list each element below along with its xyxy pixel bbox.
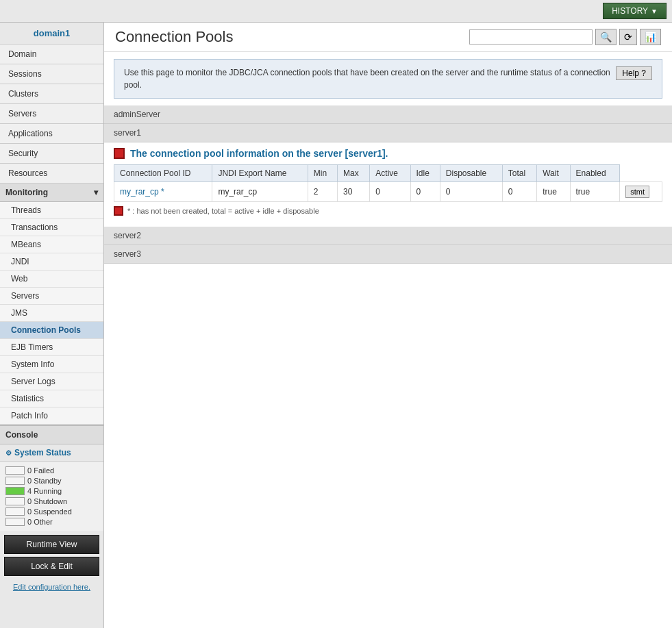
- runtime-view-button[interactable]: Runtime View: [4, 535, 99, 554]
- legend-text: * : has not been created, total = active…: [127, 207, 319, 215]
- system-status-header: ⚙ System Status: [0, 444, 103, 462]
- table-header-total: Total: [502, 165, 536, 182]
- lock-edit-button[interactable]: Lock & Edit: [4, 557, 99, 576]
- table-cell: my_rar_cp *: [114, 182, 212, 202]
- stmt-button[interactable]: stmt: [625, 186, 649, 198]
- sidebar-sub-item-web[interactable]: Web: [0, 271, 103, 288]
- status-label-failed: 0 Failed: [27, 466, 54, 475]
- status-box-standby: [5, 477, 25, 485]
- app: HISTORY domain1 DomainSessionsClustersSe…: [0, 0, 672, 628]
- table-cell: true: [537, 182, 570, 202]
- table-header-wait: Wait: [537, 165, 570, 182]
- search-button[interactable]: 🔍: [595, 29, 617, 45]
- toolbar-icons: 🔍 ⟳ 📊: [469, 29, 661, 45]
- sidebar: domain1 DomainSessionsClustersServersApp…: [0, 23, 104, 628]
- table-cell: 0: [502, 182, 536, 202]
- nav-items: DomainSessionsClustersServersApplication…: [0, 45, 103, 184]
- sidebar-item-resources[interactable]: Resources: [0, 164, 103, 184]
- table-cell: true: [570, 182, 620, 202]
- server-row-server3[interactable]: server3: [104, 245, 672, 264]
- table-header-disposable: Disposable: [440, 165, 502, 182]
- info-box: Use this page to monitor the JDBC/JCA co…: [114, 59, 662, 99]
- sidebar-item-security[interactable]: Security: [0, 144, 103, 164]
- status-row-failed: 0 Failed: [5, 466, 98, 475]
- system-status-label: System Status: [14, 448, 71, 457]
- sidebar-item-servers[interactable]: Servers: [0, 104, 103, 124]
- table-cell: 0: [440, 182, 502, 202]
- status-box-suspended: [5, 507, 25, 516]
- status-box-other: [5, 518, 25, 526]
- table-header-min: Min: [308, 165, 337, 182]
- table-header-active: Active: [370, 165, 410, 182]
- status-row-shutdown: 0 Shutdown: [5, 497, 98, 505]
- server-rows-bottom: server2server3: [104, 227, 672, 264]
- monitoring-chevron-icon: ▾: [94, 188, 98, 197]
- table-cell: 0: [370, 182, 410, 202]
- stmt-cell: stmt: [620, 182, 662, 202]
- pool-section: The connection pool information on the s…: [104, 142, 672, 220]
- sidebar-sub-item-ejb-timers[interactable]: EJB Timers: [0, 339, 103, 356]
- sidebar-sub-item-statistics[interactable]: Statistics: [0, 390, 103, 407]
- server-row-server1[interactable]: server1: [104, 124, 672, 142]
- status-box-shutdown: [5, 497, 25, 505]
- server-row-server2[interactable]: server2: [104, 227, 672, 245]
- export-button[interactable]: 📊: [640, 29, 661, 45]
- monitoring-section-header[interactable]: Monitoring ▾: [0, 184, 103, 202]
- main-area: domain1 DomainSessionsClustersServersApp…: [0, 23, 672, 628]
- sidebar-item-domain[interactable]: Domain: [0, 45, 103, 64]
- table-header-idle: Idle: [410, 165, 440, 182]
- table-cell: my_rar_cp: [212, 182, 308, 202]
- sidebar-sub-item-transactions[interactable]: Transactions: [0, 219, 103, 236]
- refresh-button[interactable]: ⟳: [619, 29, 637, 45]
- main-content: Connection Pools 🔍 ⟳ 📊 Use this page to …: [104, 23, 672, 628]
- sidebar-sub-item-system-info[interactable]: System Info: [0, 356, 103, 373]
- sidebar-sub-item-mbeans[interactable]: MBeans: [0, 236, 103, 253]
- status-row-suspended: 0 Suspended: [5, 507, 98, 516]
- table-header-connection-pool-id: Connection Pool ID: [114, 165, 212, 182]
- status-label-suspended: 0 Suspended: [27, 507, 72, 516]
- server-row-adminServer[interactable]: adminServer: [104, 105, 672, 124]
- sidebar-buttons: Runtime View Lock & Edit: [0, 531, 103, 580]
- status-row-other: 0 Other: [5, 518, 98, 526]
- sidebar-sub-item-threads[interactable]: Threads: [0, 202, 103, 219]
- sidebar-sub-item-patch-info[interactable]: Patch Info: [0, 407, 103, 425]
- top-bar: HISTORY: [0, 0, 672, 23]
- pool-table: Connection Pool IDJNDI Export NameMinMax…: [114, 164, 662, 202]
- info-box-text: Use this page to monitor the JDBC/JCA co…: [124, 66, 616, 91]
- status-label-standby: 0 Standby: [27, 477, 62, 485]
- page-title: Connection Pools: [115, 28, 233, 46]
- system-status-icon: ⚙: [5, 449, 12, 457]
- sidebar-sub-item-connection-pools[interactable]: Connection Pools: [0, 322, 103, 339]
- table-header-jndi-export-name: JNDI Export Name: [212, 165, 308, 182]
- table-header-enabled: Enabled: [570, 165, 620, 182]
- sidebar-item-applications[interactable]: Applications: [0, 124, 103, 144]
- sidebar-item-sessions[interactable]: Sessions: [0, 64, 103, 84]
- sidebar-sub-item-server-logs[interactable]: Server Logs: [0, 373, 103, 390]
- status-box-running: [5, 487, 25, 495]
- table-cell: 0: [410, 182, 440, 202]
- monitoring-items: ThreadsTransactionsMBeansJNDIWebServersJ…: [0, 202, 103, 425]
- status-box-failed: [5, 466, 25, 475]
- pool-header-icon: [114, 148, 125, 159]
- sidebar-item-clusters[interactable]: Clusters: [0, 84, 103, 104]
- pool-id-link[interactable]: my_rar_cp *: [120, 187, 164, 197]
- status-label-other: 0 Other: [27, 518, 53, 526]
- console-label: Console: [5, 430, 38, 440]
- table-cell: 30: [338, 182, 370, 202]
- table-header-max: Max: [338, 165, 370, 182]
- domain-label: domain1: [0, 23, 103, 45]
- edit-config-link[interactable]: Edit configuration here.: [0, 580, 103, 594]
- help-button[interactable]: Help ?: [616, 66, 652, 80]
- sidebar-sub-item-servers-mon[interactable]: Servers: [0, 288, 103, 305]
- page-header-bar: Connection Pools 🔍 ⟳ 📊: [104, 23, 672, 52]
- status-label-running: 4 Running: [27, 487, 62, 495]
- sidebar-sub-item-jndi[interactable]: JNDI: [0, 253, 103, 271]
- table-cell: 2: [308, 182, 337, 202]
- status-row-standby: 0 Standby: [5, 477, 98, 485]
- history-button[interactable]: HISTORY: [603, 3, 667, 19]
- table-row: my_rar_cp *my_rar_cp2300000truetruestmt: [114, 182, 662, 202]
- status-row-running: 4 Running: [5, 487, 98, 495]
- sidebar-sub-item-jms[interactable]: JMS: [0, 305, 103, 322]
- pool-header-title: The connection pool information on the s…: [130, 148, 388, 159]
- search-input[interactable]: [469, 29, 593, 45]
